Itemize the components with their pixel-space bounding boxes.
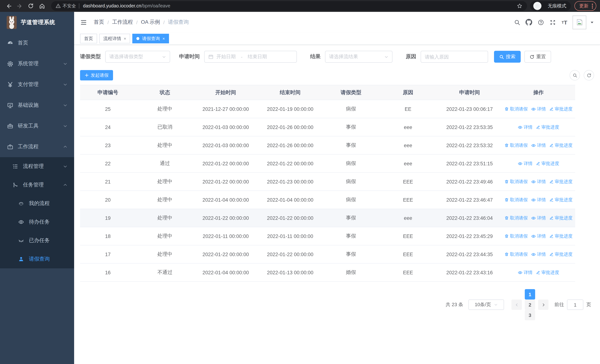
search-icon[interactable] — [511, 16, 523, 28]
search-button[interactable]: 搜索 — [494, 51, 521, 63]
refresh-table-button[interactable] — [584, 70, 594, 80]
action-progress-link[interactable]: 审批进度 — [549, 197, 572, 203]
toggle-search-button[interactable] — [570, 70, 580, 80]
tab-close-icon[interactable]: × — [124, 36, 126, 41]
table-row[interactable]: 16 不通过 2022-01-04 00:00:00 2022-01-13 00… — [80, 263, 575, 282]
address-bar[interactable]: 不安全 dashboard.yudao.iocoder.cn/bpm/oa/le… — [51, 1, 527, 11]
sidebar-item-todo-tasks[interactable]: 待办任务 — [0, 213, 74, 231]
table-row[interactable]: 19 处理中 2022-01-22 00:00:00 2022-01-22 00… — [80, 209, 575, 227]
action-detail-link[interactable]: 详情 — [531, 106, 546, 112]
action-progress-link[interactable]: 审批进度 — [549, 142, 572, 149]
action-detail-link[interactable]: 详情 — [531, 142, 546, 149]
action-label: 审批进度 — [542, 124, 559, 130]
action-detail-link[interactable]: 详情 — [518, 269, 533, 276]
sidebar-item-payment[interactable]: 支付管理 — [0, 74, 74, 95]
action-progress-link[interactable]: 审批进度 — [549, 215, 572, 221]
reason-input[interactable] — [421, 51, 488, 63]
action-progress-link[interactable]: 审批进度 — [536, 160, 559, 167]
action-label: 审批进度 — [555, 197, 572, 203]
sidebar-item-done-tasks[interactable]: 已办任务 — [0, 231, 74, 250]
cell-apply-id: 21 — [80, 179, 136, 184]
jump-page-input[interactable] — [567, 299, 583, 310]
app-logo[interactable]: 芋道管理系统 — [0, 12, 74, 33]
reset-button[interactable]: 重置 — [525, 51, 551, 63]
action-detail-link[interactable]: 详情 — [518, 160, 533, 167]
avatar[interactable] — [572, 15, 586, 29]
tab-leave-query[interactable]: 请假查询 × — [132, 34, 169, 43]
font-size-icon[interactable]: TT — [559, 16, 570, 28]
chevron-down-icon — [162, 55, 166, 59]
browser-reload-icon[interactable] — [26, 1, 36, 11]
next-page-button[interactable] — [538, 299, 548, 310]
action-detail-link[interactable]: 详情 — [531, 197, 546, 203]
table-row[interactable]: 22 通过 2022-01-22 00:00:00 2022-01-22 00:… — [80, 155, 575, 173]
breadcrumb-item[interactable]: OA 示例 — [141, 19, 160, 26]
bookmark-star-icon[interactable] — [517, 3, 523, 9]
table-row[interactable]: 20 处理中 2022-01-04 00:00:00 2022-01-04 00… — [80, 191, 575, 209]
fullscreen-icon[interactable] — [547, 16, 559, 28]
cell-leave-type: 事假 — [323, 233, 379, 239]
browser-back-icon[interactable] — [4, 1, 13, 11]
sidebar-item-leave-query[interactable]: 请假查询 — [0, 250, 74, 268]
browser-update-button[interactable]: 更新 — [574, 1, 596, 11]
page-button-3[interactable]: 3 — [525, 310, 535, 320]
action-cancel-link[interactable]: 取消请假 — [504, 106, 528, 112]
action-label: 详情 — [524, 269, 533, 276]
tab-close-icon[interactable]: × — [162, 36, 165, 41]
page-button-1[interactable]: 1 — [525, 289, 535, 299]
sidebar-item-devtools[interactable]: 研发工具 — [0, 116, 74, 136]
table-row[interactable]: 24 已取消 2022-01-03 00:00:00 2022-01-26 00… — [80, 118, 575, 136]
tab-process-detail[interactable]: 流程详情 × — [99, 34, 130, 43]
action-cancel-link[interactable]: 取消请假 — [504, 178, 528, 185]
action-detail-link[interactable]: 详情 — [531, 178, 546, 185]
table-row[interactable]: 17 处理中 2022-01-22 00:00:00 2022-01-22 00… — [80, 245, 575, 263]
page-button-2[interactable]: 2 — [525, 299, 535, 310]
browser-forward-icon[interactable] — [15, 1, 24, 11]
sidebar-item-process-management[interactable]: 流程管理 — [0, 157, 74, 176]
sidebar-item-my-processes[interactable]: 我的流程 — [0, 194, 74, 213]
sidebar-item-home[interactable]: 首页 — [0, 33, 74, 53]
table-row[interactable]: 21 处理中 2022-01-22 00:00:00 2022-01-23 00… — [80, 173, 575, 191]
action-detail-link[interactable]: 详情 — [518, 124, 533, 130]
github-icon[interactable] — [523, 16, 535, 28]
browser-home-icon[interactable] — [37, 1, 47, 11]
action-cancel-link[interactable]: 取消请假 — [504, 215, 528, 221]
action-detail-link[interactable]: 详情 — [531, 251, 546, 257]
sidebar-item-infrastructure[interactable]: 基础设施 — [0, 95, 74, 116]
table-row[interactable]: 18 处理中 2022-01-11 00:00:00 2022-01-11 00… — [80, 227, 575, 245]
action-cancel-link[interactable]: 取消请假 — [504, 233, 528, 239]
page-size-select[interactable]: 10条/页 — [469, 299, 504, 310]
security-warning-icon[interactable] — [56, 3, 61, 9]
action-cancel-link[interactable]: 取消请假 — [504, 142, 528, 149]
sidebar-item-task-management[interactable]: 任务管理 — [0, 176, 74, 194]
cell-apply-time: 2022-01-22 23:43:16 — [437, 270, 502, 275]
action-progress-link[interactable]: 审批进度 — [536, 269, 559, 276]
action-detail-link[interactable]: 详情 — [531, 215, 546, 221]
action-label: 审批进度 — [555, 142, 572, 149]
action-progress-link[interactable]: 审批进度 — [549, 178, 572, 185]
action-cancel-link[interactable]: 取消请假 — [504, 197, 528, 203]
tab-home[interactable]: 首页 — [80, 34, 97, 43]
result-select[interactable]: 请选择流结果 — [325, 51, 393, 63]
create-leave-button[interactable]: 发起请假 — [80, 70, 113, 80]
action-progress-link[interactable]: 审批进度 — [549, 233, 572, 239]
action-progress-link[interactable]: 审批进度 — [536, 124, 559, 130]
action-progress-link[interactable]: 审批进度 — [549, 251, 572, 257]
sidebar-item-workflow[interactable]: 工作流程 — [0, 136, 74, 157]
action-cancel-link[interactable]: 取消请假 — [504, 251, 528, 257]
prev-page-button[interactable] — [511, 299, 522, 310]
avatar-caret-icon[interactable] — [590, 20, 594, 24]
breadcrumb-item[interactable]: 工作流程 — [112, 19, 133, 26]
help-icon[interactable] — [535, 16, 547, 28]
action-detail-link[interactable]: 详情 — [531, 233, 546, 239]
browser-menu-icon[interactable] — [592, 3, 593, 8]
table-row[interactable]: 25 处理中 2021-12-27 00:00:00 2022-01-19 00… — [80, 100, 575, 118]
table-row[interactable]: 23 处理中 2022-01-03 00:00:00 2022-01-26 00… — [80, 136, 575, 155]
leave-type-select[interactable]: 请选择请假类型 — [105, 51, 170, 63]
apply-time-range-picker[interactable]: 开始日期 - 结束日期 — [204, 51, 297, 63]
breadcrumb: 首页 / 工作流程 / OA 示例 / 请假查询 — [94, 19, 189, 26]
sidebar-collapse-icon[interactable] — [80, 19, 87, 26]
sidebar-item-system[interactable]: 系统管理 — [0, 53, 74, 74]
action-progress-link[interactable]: 审批进度 — [549, 106, 572, 112]
breadcrumb-item[interactable]: 首页 — [94, 19, 104, 26]
